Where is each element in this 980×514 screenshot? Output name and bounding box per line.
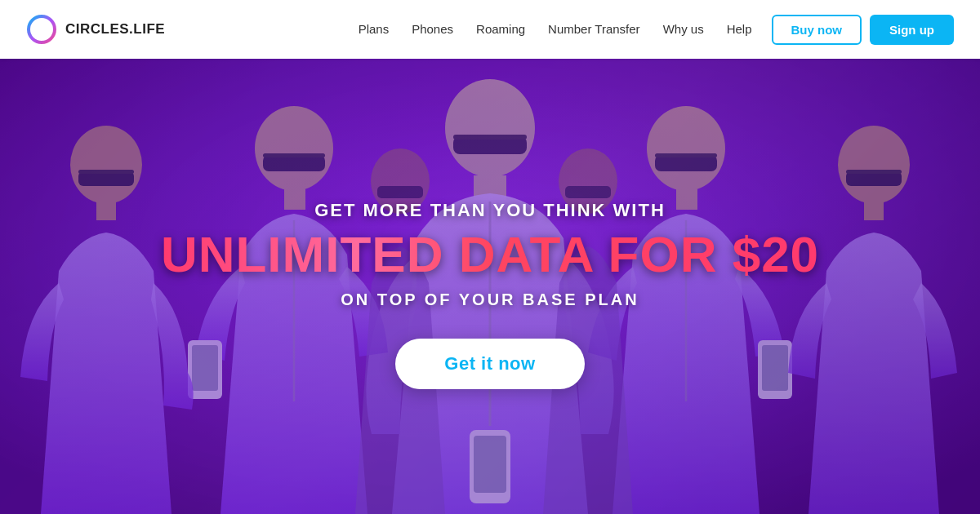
nav-item-plans[interactable]: Plans: [359, 22, 390, 37]
nav-item-number-transfer[interactable]: Number Transfer: [548, 22, 640, 37]
logo[interactable]: CIRCLES.LIFE: [26, 14, 165, 45]
nav-item-why-us[interactable]: Why us: [663, 22, 704, 37]
hero-section: Get more than you think with UNLIMITED D…: [0, 59, 980, 514]
nav-item-phones[interactable]: Phones: [412, 22, 453, 37]
nav-item-help[interactable]: Help: [727, 22, 752, 37]
hero-content: Get more than you think with UNLIMITED D…: [0, 59, 980, 514]
sign-up-button[interactable]: Sign up: [870, 15, 954, 45]
get-it-now-button[interactable]: Get it now: [395, 339, 584, 389]
navbar: CIRCLES.LIFE Plans Phones Roaming Number…: [0, 0, 980, 59]
logo-text: CIRCLES.LIFE: [65, 21, 165, 38]
nav-item-roaming[interactable]: Roaming: [476, 22, 525, 37]
buy-now-button[interactable]: Buy now: [772, 15, 862, 45]
nav-links: Plans Phones Roaming Number Transfer Why…: [359, 22, 752, 37]
hero-subtitle: Get more than you think with: [314, 200, 666, 221]
hero-description: ON TOP OF YOUR BASE PLAN: [341, 290, 639, 309]
hero-title: UNLIMITED DATA FOR $20: [161, 228, 819, 281]
logo-icon: [26, 14, 57, 45]
svg-point-0: [29, 16, 55, 42]
